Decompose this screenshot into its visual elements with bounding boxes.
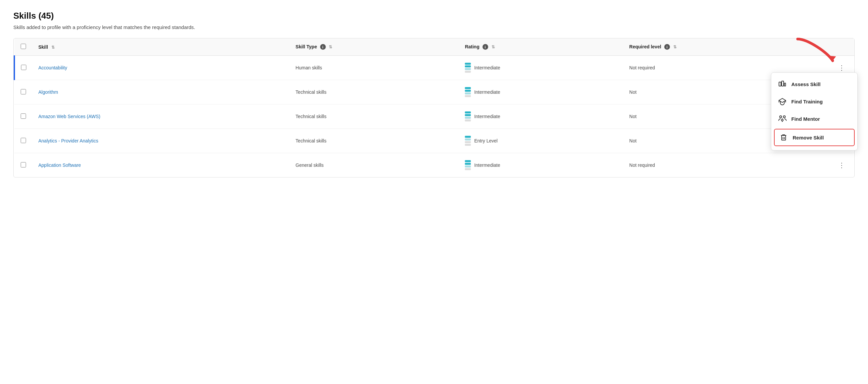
rating-bars bbox=[465, 87, 471, 97]
row-rating: Intermediate bbox=[459, 56, 623, 80]
rating-bar-segment bbox=[465, 63, 471, 65]
row-skill-type: Technical skills bbox=[289, 129, 459, 153]
header-checkbox-cell bbox=[14, 38, 32, 56]
row-checkbox[interactable] bbox=[21, 113, 26, 119]
row-dots-button[interactable]: ⋮ bbox=[835, 62, 848, 74]
row-checkbox-cell bbox=[14, 80, 32, 105]
svg-rect-6 bbox=[782, 136, 786, 140]
svg-rect-1 bbox=[779, 82, 781, 86]
row-rating: Intermediate bbox=[459, 153, 623, 177]
row-skill-type: General skills bbox=[289, 153, 459, 177]
skill-link[interactable]: Analytics - Provider Analytics bbox=[38, 138, 98, 144]
assess-label: Assess Skill bbox=[791, 81, 820, 87]
rating-text: Intermediate bbox=[474, 163, 500, 168]
page-title: Skills (45) bbox=[13, 11, 855, 21]
rating-bars bbox=[465, 63, 471, 73]
rating-bar-segment bbox=[465, 87, 471, 89]
rating-bar-segment bbox=[465, 95, 471, 97]
rating-bar-segment bbox=[465, 166, 471, 168]
svg-marker-0 bbox=[828, 56, 836, 61]
skill-link[interactable]: Amazon Web Services (AWS) bbox=[38, 114, 100, 119]
table-row: Amazon Web Services (AWS)Technical skill… bbox=[14, 105, 854, 129]
skill-type-info-icon[interactable]: i bbox=[320, 44, 326, 50]
table-row: Application SoftwareGeneral skillsInterm… bbox=[14, 153, 854, 177]
rating-bar-segment bbox=[465, 92, 471, 94]
assess-icon bbox=[778, 80, 787, 88]
header-skill-label: Skill bbox=[38, 45, 48, 50]
skill-type-sort-icon[interactable]: ⇅ bbox=[329, 45, 332, 49]
header-rating-label: Rating bbox=[465, 44, 479, 49]
rating-bar-segment bbox=[465, 90, 471, 92]
rating-bar-segment bbox=[465, 139, 471, 141]
dropdown-menu: Assess Skill Find Training Find Mentor bbox=[771, 72, 858, 150]
header-required-level-label: Required level bbox=[629, 44, 661, 49]
row-checkbox-cell bbox=[14, 105, 32, 129]
remove-icon bbox=[779, 134, 788, 142]
rating-info-icon[interactable]: i bbox=[483, 44, 488, 50]
row-checkbox[interactable] bbox=[21, 162, 26, 168]
row-checkbox[interactable] bbox=[21, 138, 26, 143]
row-actions-cell: ⋮ bbox=[829, 153, 854, 177]
svg-rect-2 bbox=[782, 81, 784, 86]
row-skill: Application Software bbox=[32, 153, 289, 177]
rating-bar-segment bbox=[465, 71, 471, 73]
rating-text: Intermediate bbox=[474, 114, 500, 119]
rating-cell: Intermediate bbox=[465, 112, 617, 121]
svg-point-5 bbox=[783, 116, 785, 118]
rating-sort-icon[interactable]: ⇅ bbox=[492, 45, 495, 49]
menu-item-assess[interactable]: Assess Skill bbox=[771, 76, 857, 93]
header-actions bbox=[829, 38, 854, 56]
rating-cell: Intermediate bbox=[465, 160, 617, 170]
row-rating: Entry Level bbox=[459, 129, 623, 153]
row-rating: Intermediate bbox=[459, 105, 623, 129]
rating-bar-segment bbox=[465, 65, 471, 67]
skill-link[interactable]: Algorithm bbox=[38, 89, 58, 95]
row-checkbox[interactable] bbox=[21, 65, 26, 70]
header-required-level: Required level i ⇅ bbox=[623, 38, 829, 56]
rating-bar-segment bbox=[465, 68, 471, 70]
table-row: Analytics - Provider AnalyticsTechnical … bbox=[14, 129, 854, 153]
row-skill: Algorithm bbox=[32, 80, 289, 105]
required-level-sort-icon[interactable]: ⇅ bbox=[673, 45, 677, 49]
rating-bar-segment bbox=[465, 114, 471, 116]
menu-item-mentor[interactable]: Find Mentor bbox=[771, 110, 857, 127]
table-row: AlgorithmTechnical skillsIntermediateNot… bbox=[14, 80, 854, 105]
rating-bar-segment bbox=[465, 117, 471, 119]
rating-bar-segment bbox=[465, 112, 471, 113]
header-skill-type: Skill Type i ⇅ bbox=[289, 38, 459, 56]
rating-bars bbox=[465, 112, 471, 121]
row-skill-type: Technical skills bbox=[289, 80, 459, 105]
mentor-icon bbox=[778, 115, 787, 123]
rating-bar-segment bbox=[465, 144, 471, 146]
select-all-checkbox[interactable] bbox=[21, 44, 26, 49]
rating-cell: Intermediate bbox=[465, 63, 617, 73]
skills-table: Skill ⇅ Skill Type i ⇅ Rating i ⇅ Requir… bbox=[14, 38, 854, 177]
svg-point-4 bbox=[780, 116, 782, 118]
rating-bars bbox=[465, 160, 471, 170]
svg-rect-3 bbox=[784, 83, 786, 86]
skill-link[interactable]: Accountability bbox=[38, 65, 67, 70]
header-skill: Skill ⇅ bbox=[32, 38, 289, 56]
skill-link[interactable]: Application Software bbox=[38, 163, 81, 168]
rating-bar-segment bbox=[465, 141, 471, 143]
rating-bar-segment bbox=[465, 168, 471, 170]
row-dots-button[interactable]: ⋮ bbox=[835, 159, 848, 171]
table-header-row: Skill ⇅ Skill Type i ⇅ Rating i ⇅ Requir… bbox=[14, 38, 854, 56]
header-skill-type-label: Skill Type bbox=[296, 44, 317, 49]
rating-bar-segment bbox=[465, 136, 471, 138]
menu-item-remove[interactable]: Remove Skill bbox=[774, 129, 855, 146]
skill-sort-icon[interactable]: ⇅ bbox=[51, 45, 55, 50]
rating-text: Entry Level bbox=[474, 138, 498, 144]
row-actions-cell: ⋮ Assess Skill Find Training Find Mentor bbox=[829, 56, 854, 80]
row-checkbox-cell bbox=[14, 129, 32, 153]
rating-text: Intermediate bbox=[474, 89, 500, 95]
row-checkbox[interactable] bbox=[21, 89, 26, 94]
required-level-info-icon[interactable]: i bbox=[664, 44, 670, 50]
row-rating: Intermediate bbox=[459, 80, 623, 105]
row-skill: Accountability bbox=[32, 56, 289, 80]
rating-cell: Intermediate bbox=[465, 87, 617, 97]
row-skill-type: Technical skills bbox=[289, 105, 459, 129]
menu-item-training[interactable]: Find Training bbox=[771, 93, 857, 110]
skills-table-container: Skill ⇅ Skill Type i ⇅ Rating i ⇅ Requir… bbox=[13, 38, 855, 177]
row-skill: Analytics - Provider Analytics bbox=[32, 129, 289, 153]
